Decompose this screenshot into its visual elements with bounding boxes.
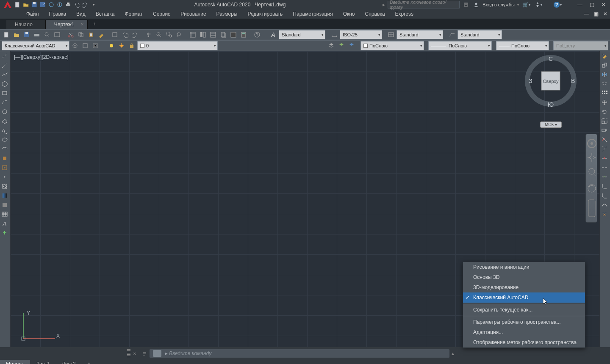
menu-view[interactable]: Вид [71, 10, 91, 18]
menu-edit[interactable]: Правка [44, 10, 72, 18]
break-point-icon[interactable] [600, 154, 609, 163]
workspace-save-icon[interactable] [80, 41, 90, 50]
layer-state-icon[interactable] [337, 41, 346, 50]
viewport-label[interactable]: [—][Сверху][2D-каркас] [14, 54, 69, 60]
open-button[interactable] [12, 30, 21, 39]
viewcube-wcs[interactable]: МСК ▾ [540, 121, 562, 128]
ws-menu-3dmodeling[interactable]: 3D-моделирование [463, 282, 585, 292]
zoom-realtime-button[interactable] [154, 30, 164, 39]
mleader-combo[interactable]: Standard [458, 30, 502, 39]
dimstyle-icon[interactable] [330, 30, 339, 39]
layer-combo[interactable]: 0 [137, 41, 218, 50]
table-icon[interactable] [0, 210, 9, 219]
doc-restore-button[interactable]: ▣ [591, 10, 601, 18]
circle-icon[interactable] [0, 107, 9, 116]
mleader-icon[interactable] [447, 30, 457, 39]
dimstyle-combo[interactable]: ISO-25 [340, 30, 382, 39]
polyline-icon[interactable] [0, 70, 9, 79]
ws-menu-settings[interactable]: Параметры рабочего пространства... [463, 317, 585, 327]
workspace-lock-icon[interactable] [91, 41, 100, 50]
move-icon[interactable] [600, 98, 609, 107]
xline-icon[interactable] [0, 61, 9, 70]
layer-iso-icon[interactable] [347, 41, 356, 50]
ws-menu-classic[interactable]: ✓Классический AutoCAD [463, 292, 585, 303]
minimize-button[interactable]: — [575, 1, 585, 8]
layout-add[interactable]: + [82, 360, 97, 364]
stretch-icon[interactable] [600, 126, 609, 135]
new-button[interactable] [2, 30, 11, 39]
textstyle-combo[interactable]: Standard [279, 30, 325, 39]
mtext-icon[interactable]: A [0, 219, 9, 228]
blend-icon[interactable] [600, 200, 609, 210]
workspace-settings-icon[interactable] [70, 41, 80, 50]
new-icon[interactable] [14, 1, 21, 8]
cart-icon[interactable]: 🛒▾ [521, 1, 531, 8]
copy-obj-icon[interactable] [600, 61, 609, 70]
line-icon[interactable] [0, 51, 9, 61]
linetype-combo[interactable]: ПоСлою [428, 41, 492, 50]
tab-drawing1[interactable]: Чертеж1× [46, 20, 88, 29]
make-block-icon[interactable] [0, 163, 9, 172]
markup-button[interactable] [229, 30, 238, 39]
plot-icon[interactable] [64, 1, 72, 8]
undo-icon[interactable] [73, 1, 80, 8]
ellipse-icon[interactable] [0, 135, 9, 144]
new-tab-button[interactable]: ＋ [88, 19, 101, 29]
undo-button[interactable] [120, 30, 130, 39]
layout-sheet1[interactable]: Лист1 [30, 360, 56, 364]
viewcube-e[interactable]: В [571, 77, 575, 84]
zoom-previous-button[interactable] [175, 30, 184, 39]
addselected-icon[interactable] [0, 228, 9, 237]
rectangle-icon[interactable] [0, 88, 9, 98]
viewcube-n[interactable]: С [549, 55, 553, 62]
trim-icon[interactable] [600, 135, 609, 144]
insert-block-icon[interactable] [0, 154, 9, 163]
menu-modify[interactable]: Редактировать [242, 10, 288, 18]
zoom-window-button[interactable] [164, 30, 174, 39]
qat-dropdown-icon[interactable]: ▾ [90, 1, 97, 8]
properties-button[interactable] [188, 30, 197, 39]
ws-menu-showlabels[interactable]: Отображение меток рабочего пространства [463, 337, 585, 347]
infocenter-search[interactable]: Введите ключевое слово/фразу [388, 1, 460, 8]
cmdline-close-icon[interactable]: × [133, 350, 140, 357]
mirror-icon[interactable] [600, 70, 609, 79]
web-save-icon[interactable] [56, 1, 64, 8]
layer-light-icon[interactable] [107, 41, 116, 50]
menu-format[interactable]: Формат [119, 10, 148, 18]
fillet-icon[interactable] [600, 191, 609, 200]
polygon-icon[interactable] [0, 79, 9, 88]
navigation-bar[interactable] [585, 134, 597, 223]
signin-label[interactable]: Вход в службы [482, 2, 515, 7]
menu-help[interactable]: Справка [360, 10, 390, 18]
revcloud-icon[interactable] [0, 116, 9, 126]
tablestyle-combo[interactable]: Standard [396, 30, 443, 39]
block-editor-button[interactable] [110, 30, 119, 39]
join-icon[interactable] [600, 172, 609, 182]
redo-button[interactable] [130, 30, 140, 39]
doc-close-button[interactable]: ✕ [601, 10, 610, 18]
saveas-icon[interactable] [39, 1, 47, 8]
array-icon[interactable] [600, 88, 609, 98]
menu-draw[interactable]: Рисование [175, 10, 211, 18]
app-logo[interactable] [2, 0, 14, 9]
close-button[interactable]: ✕ [599, 1, 608, 8]
cmdline-history-icon[interactable] [140, 349, 149, 358]
offset-icon[interactable] [600, 79, 609, 88]
explode-icon[interactable] [600, 210, 609, 219]
scale-icon[interactable] [600, 116, 609, 126]
layout-model[interactable]: Модель [0, 360, 30, 364]
rotate-icon[interactable] [600, 107, 609, 116]
spline-icon[interactable] [0, 126, 9, 135]
textstyle-icon[interactable]: A [269, 30, 278, 39]
copy-button[interactable] [76, 30, 86, 39]
redo-icon[interactable] [81, 1, 89, 8]
sheetset-button[interactable] [219, 30, 228, 39]
toolpalettes-button[interactable] [208, 30, 218, 39]
viewcube-s[interactable]: Ю [548, 101, 554, 108]
hatch-icon[interactable] [0, 182, 9, 191]
cmdline-grip[interactable] [127, 349, 130, 358]
designcenter-button[interactable] [198, 30, 208, 39]
lineweight-combo[interactable]: ПоСлою [496, 41, 549, 50]
web-open-icon[interactable] [47, 1, 55, 8]
ws-menu-customize[interactable]: Адаптация... [463, 327, 585, 337]
